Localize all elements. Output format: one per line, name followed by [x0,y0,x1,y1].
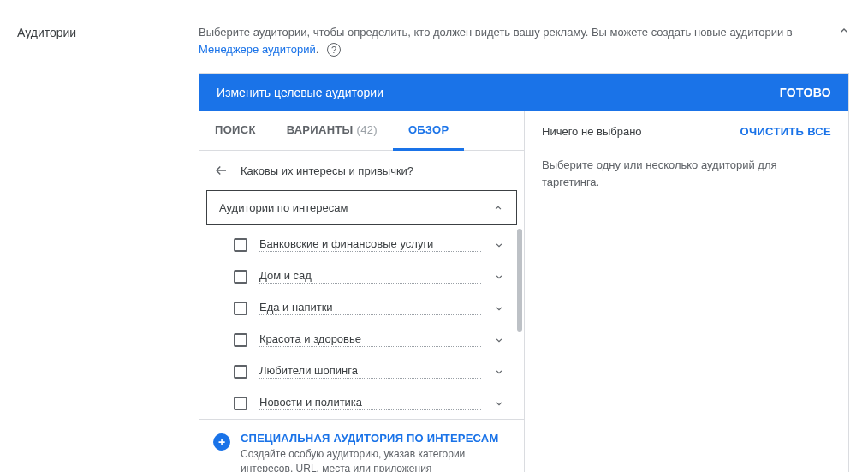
intro-before: Выберите аудитории, чтобы определить, кт… [199,26,793,39]
chevron-down-icon[interactable] [493,366,505,378]
item-label: Новости и политика [259,396,481,410]
checkbox[interactable] [234,397,247,410]
checkbox[interactable] [234,302,247,315]
selection-hint: Выберите одну или несколько аудиторий дл… [542,157,831,190]
intro-text: Выберите аудитории, чтобы определить, кт… [199,24,849,57]
item-label: Еда и напитки [259,301,481,315]
category-header[interactable]: Аудитории по интересам [206,190,517,225]
nothing-selected-label: Ничего не выбрано [542,125,642,138]
tab-variants-label: ВАРИАНТЫ [287,123,354,136]
chevron-up-icon [492,202,504,214]
chevron-down-icon[interactable] [493,239,505,251]
breadcrumb-question: Каковы их интересы и привычки? [241,164,413,177]
chevron-down-icon[interactable] [493,334,505,346]
list-item[interactable]: Банковские и финансовые услуги [199,229,524,260]
intro-after: . [316,43,319,56]
panel-title: Изменить целевые аудитории [217,86,383,99]
chevron-down-icon[interactable] [493,397,505,409]
list-item[interactable]: Любители шопинга [199,355,524,387]
checkbox[interactable] [234,238,247,252]
section-title: Аудитории [17,26,171,39]
tab-search[interactable]: ПОИСК [199,111,271,150]
category-header-label: Аудитории по интересам [219,201,348,214]
list-item[interactable]: Красота и здоровье [199,324,524,355]
tabs: ПОИСК ВАРИАНТЫ (42) ОБЗОР [199,111,524,151]
back-arrow-icon[interactable] [213,163,229,178]
tab-variants-count: (42) [357,123,378,136]
item-label: Красота и здоровье [259,332,481,347]
breadcrumb: Каковы их интересы и привычки? [199,151,524,190]
chevron-down-icon[interactable] [493,271,505,283]
scrollbar-thumb[interactable] [517,229,522,332]
list-item[interactable]: Новости и политика [199,387,524,419]
plus-icon: + [213,433,230,451]
clear-all-button[interactable]: ОЧИСТИТЬ ВСЕ [740,125,831,138]
audience-panel: Изменить целевые аудитории ГОТОВО ПОИСК … [199,73,849,472]
custom-audience-row[interactable]: + СПЕЦИАЛЬНАЯ АУДИТОРИЯ ПО ИНТЕРЕСАМ Соз… [199,419,524,472]
list-item[interactable]: Дом и сад [199,260,524,292]
checkbox[interactable] [234,365,247,379]
help-icon[interactable]: ? [327,43,341,57]
checkbox[interactable] [234,270,247,284]
item-label: Банковские и финансовые услуги [259,237,481,252]
item-label: Дом и сад [259,269,481,284]
chevron-down-icon[interactable] [493,302,505,314]
checkbox[interactable] [234,333,247,347]
item-label: Любители шопинга [259,364,481,379]
scrollbar[interactable] [517,229,522,419]
category-items-list: Банковские и финансовые услуги Дом и сад [199,229,524,419]
audience-manager-link[interactable]: Менеджере аудиторий [199,43,316,56]
tab-browse[interactable]: ОБЗОР [393,111,465,151]
panel-header: Изменить целевые аудитории ГОТОВО [199,74,848,111]
tab-variants[interactable]: ВАРИАНТЫ (42) [271,111,393,150]
custom-audience-subtitle: Создайте особую аудиторию, указав катего… [241,447,510,472]
list-item[interactable]: Еда и напитки [199,292,524,324]
done-button[interactable]: ГОТОВО [780,86,831,99]
custom-audience-title: СПЕЦИАЛЬНАЯ АУДИТОРИЯ ПО ИНТЕРЕСАМ [241,432,510,445]
